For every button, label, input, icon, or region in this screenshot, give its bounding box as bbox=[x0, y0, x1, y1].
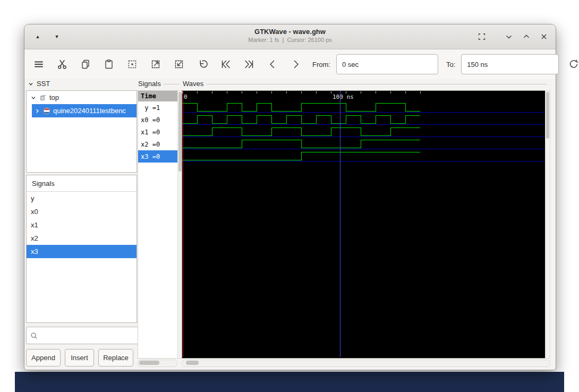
timeline-label: 0 bbox=[184, 93, 188, 100]
scissors-icon bbox=[56, 58, 68, 70]
cut-button[interactable] bbox=[53, 56, 71, 73]
tree-item-testbench[interactable]: quine20240111testbenc bbox=[32, 104, 137, 117]
expander-down-icon bbox=[30, 95, 37, 101]
titlebar: ▲ ▼ GTKWave - wave.ghw Marker: 1 fs | Cu… bbox=[24, 24, 556, 49]
clipboard-icon bbox=[103, 58, 115, 70]
to-input[interactable] bbox=[461, 54, 559, 74]
selection-arrow-in-icon bbox=[173, 58, 185, 70]
selection-arrow-out-icon bbox=[150, 58, 161, 70]
triangle-up-icon: ▲ bbox=[36, 34, 40, 39]
titlebar-arrows: ▲ ▼ bbox=[31, 30, 64, 44]
wave-trace-x0 bbox=[182, 116, 420, 124]
list-item[interactable]: x0 bbox=[27, 205, 137, 218]
reload-button[interactable] bbox=[565, 56, 579, 73]
signal-value-row[interactable]: x0 =0 bbox=[138, 114, 178, 126]
skip-to-end-icon bbox=[243, 58, 255, 70]
zoom-fit-button[interactable] bbox=[123, 56, 141, 73]
signal-value-row[interactable]: x1 =0 bbox=[138, 126, 178, 138]
reload-icon bbox=[568, 58, 579, 70]
list-item[interactable]: x3 bbox=[27, 245, 137, 258]
module-icon bbox=[39, 94, 47, 101]
undo-icon bbox=[197, 58, 208, 70]
wave-trace-x2 bbox=[182, 140, 420, 148]
chevron-right-icon bbox=[290, 58, 302, 70]
entity-icon bbox=[43, 107, 50, 115]
from-label: From: bbox=[312, 61, 330, 69]
zoom-out-button[interactable] bbox=[170, 56, 188, 73]
desktop: ▲ ▼ GTKWave - wave.ghw Marker: 1 fs | Cu… bbox=[0, 0, 579, 392]
sst-tree: top quine20240111testbenc bbox=[26, 90, 137, 173]
frame-line bbox=[206, 84, 547, 84]
step-back-button[interactable] bbox=[263, 56, 281, 73]
sst-header-label: SST bbox=[37, 80, 50, 88]
selection-fit-icon bbox=[126, 58, 138, 70]
scrollbar-thumb[interactable] bbox=[139, 361, 159, 365]
frame-line bbox=[164, 84, 180, 84]
signal-value-row[interactable]: y =1 bbox=[138, 101, 178, 114]
close-icon bbox=[539, 31, 549, 42]
paste-button[interactable] bbox=[100, 56, 117, 73]
list-item[interactable]: x2 bbox=[27, 232, 137, 245]
undo-button[interactable] bbox=[193, 56, 211, 73]
scrollbar-thumb[interactable] bbox=[186, 361, 199, 365]
search-icon bbox=[30, 331, 38, 340]
restore-icon bbox=[476, 31, 487, 42]
list-item[interactable]: x1 bbox=[27, 218, 137, 232]
from-input[interactable] bbox=[336, 54, 438, 74]
signals-list-panel: Signals y x0 x1 x2 x3 bbox=[26, 175, 137, 323]
minimize-button[interactable] bbox=[501, 29, 516, 44]
signal-search-input[interactable] bbox=[41, 331, 140, 340]
signal-values-panel: Time y =1 x0 =0 x1 =0 x2 =0 x3 =0 bbox=[138, 90, 178, 359]
gtkwave-window: ▲ ▼ GTKWave - wave.ghw Marker: 1 fs | Cu… bbox=[24, 24, 556, 370]
zoom-in-button[interactable] bbox=[147, 56, 164, 73]
signal-value-row[interactable]: x2 =0 bbox=[138, 138, 178, 150]
tree-item-top[interactable]: top bbox=[27, 91, 137, 104]
skip-to-start-icon bbox=[220, 58, 232, 70]
waves-panel-title-label: Waves bbox=[183, 80, 203, 88]
values-panel-title: Signals bbox=[138, 80, 180, 88]
chevron-down-icon bbox=[504, 31, 514, 42]
timeline-label: 100 ns bbox=[333, 93, 354, 100]
chevron-down-icon bbox=[28, 81, 34, 87]
wave-trace-y bbox=[182, 104, 420, 112]
triangle-down-icon: ▼ bbox=[55, 34, 59, 39]
replace-button[interactable]: Replace bbox=[98, 349, 133, 367]
tree-item-label: top bbox=[49, 93, 59, 101]
pane-up-button[interactable]: ▲ bbox=[31, 30, 45, 44]
values-horizontal-scrollbar[interactable] bbox=[138, 360, 177, 367]
waves-horizontal-scrollbar[interactable] bbox=[182, 360, 550, 367]
insert-button[interactable]: Insert bbox=[65, 349, 94, 367]
menu-icon bbox=[33, 58, 45, 70]
expander-right-icon bbox=[34, 108, 40, 114]
list-item[interactable]: y bbox=[27, 192, 137, 205]
copy-button[interactable] bbox=[76, 56, 94, 73]
to-label: To: bbox=[446, 61, 455, 69]
values-panel-title-label: Signals bbox=[138, 80, 161, 88]
step-forward-button[interactable] bbox=[287, 56, 304, 73]
signals-list-title: Signals bbox=[27, 175, 137, 192]
scrollbar-thumb[interactable] bbox=[546, 92, 549, 139]
close-button[interactable] bbox=[536, 29, 551, 44]
chevron-up-icon bbox=[521, 31, 532, 42]
window-controls bbox=[474, 29, 551, 44]
append-button[interactable]: Append bbox=[26, 349, 61, 367]
chevron-left-icon bbox=[267, 58, 278, 70]
go-to-start-button[interactable] bbox=[217, 56, 234, 73]
toolbar: From: To: bbox=[24, 49, 556, 79]
copy-icon bbox=[80, 58, 91, 70]
restore-button[interactable] bbox=[474, 29, 489, 44]
go-to-end-button[interactable] bbox=[240, 56, 258, 73]
wave-canvas[interactable]: 0100 ns bbox=[182, 90, 546, 359]
pane-down-button[interactable]: ▼ bbox=[50, 30, 64, 44]
signal-value-row[interactable]: x3 =0 bbox=[138, 150, 178, 163]
signals-list: y x0 x1 x2 x3 bbox=[27, 192, 137, 258]
maximize-button[interactable] bbox=[518, 29, 534, 44]
sst-header[interactable]: SST bbox=[28, 80, 75, 88]
wave-trace-x1 bbox=[182, 128, 420, 136]
wave-trace-x3 bbox=[182, 152, 420, 160]
time-column-header[interactable]: Time bbox=[138, 91, 178, 101]
menu-button[interactable] bbox=[30, 56, 47, 73]
waves-panel-title: Waves bbox=[183, 80, 547, 88]
waves-vertical-scrollbar[interactable] bbox=[545, 90, 550, 359]
taskbar bbox=[15, 372, 564, 392]
